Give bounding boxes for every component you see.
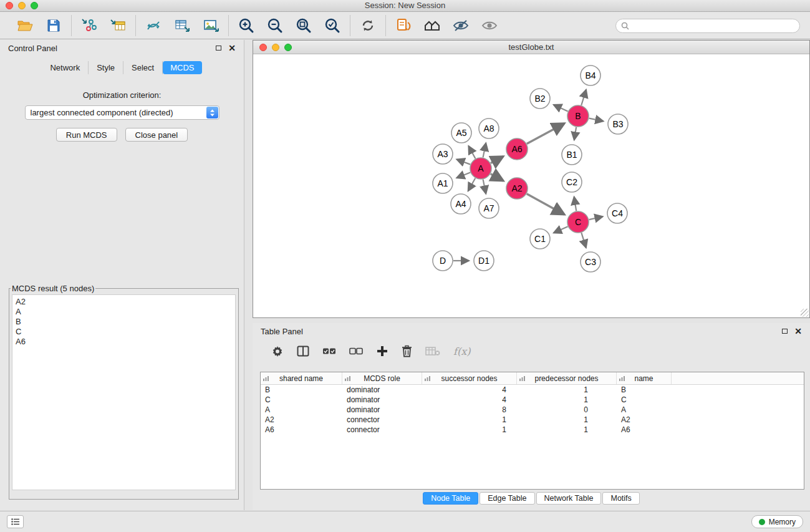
export-image-icon[interactable] [201,16,220,35]
table-row[interactable]: Cdominator41C [261,395,804,405]
graph-node[interactable]: C1 [530,229,550,249]
network-maximize-icon[interactable] [284,44,292,51]
network-close-icon[interactable] [259,44,267,51]
table-row[interactable]: Bdominator41B [261,385,804,395]
network-canvas[interactable]: B4B2BB3A5A8A6A3B1AC2A1A2A4A7C4CC1DD1C3 [253,54,809,317]
minimize-window-icon[interactable] [18,2,26,9]
result-item[interactable]: A [16,307,232,317]
table-row[interactable]: Adominator80A [261,405,804,415]
table-cell[interactable]: 1 [422,425,517,435]
table-cell[interactable]: 4 [422,395,517,405]
table-cell[interactable]: B [617,385,672,395]
table-cell[interactable]: connector [342,415,422,425]
tab-style[interactable]: Style [89,61,123,74]
search-field[interactable] [615,19,800,33]
column-header[interactable]: name [617,372,672,384]
new-network-table-icon[interactable] [173,16,191,35]
tab-network[interactable]: Network [42,61,89,74]
node-table[interactable]: shared nameMCDS rolesuccessor nodesprede… [260,372,804,490]
graph-edge[interactable] [468,146,475,158]
graph-node[interactable]: B3 [608,114,628,134]
graph-node[interactable]: B [567,105,589,127]
graph-node[interactable]: A [470,158,491,179]
delete-table-icon[interactable] [425,346,440,356]
save-session-icon[interactable] [44,16,63,35]
open-session-icon[interactable] [16,16,34,35]
graph-node[interactable]: B1 [562,145,582,165]
delete-column-icon[interactable] [402,345,412,357]
network-minimize-icon[interactable] [272,44,279,51]
table-cell[interactable]: connector [342,425,422,435]
toggle-graphics-details-icon[interactable] [451,16,470,35]
graph-edge[interactable] [581,233,586,248]
zoom-out-icon[interactable] [266,16,284,35]
column-header[interactable]: predecessor nodes [517,372,617,384]
graph-edge[interactable] [483,180,486,194]
select-all-icon[interactable] [322,347,336,355]
close-table-panel-icon[interactable]: ✕ [794,327,802,336]
graph-node[interactable]: A1 [433,173,453,193]
graph-edge[interactable] [491,157,503,163]
zoom-fit-icon[interactable] [294,16,313,35]
graph-edge[interactable] [456,159,470,164]
table-cell[interactable]: B [261,385,342,395]
graph-node[interactable]: B2 [530,89,550,109]
tab-node-table[interactable]: Node Table [423,492,478,505]
graph-node[interactable]: C3 [581,252,600,272]
table-cell[interactable]: A6 [617,425,672,435]
tab-select[interactable]: Select [123,61,163,74]
network-window-titlebar[interactable]: testGlobe.txt [253,41,809,54]
table-row[interactable]: A6connector11A6 [261,425,804,435]
run-mcds-button[interactable]: Run MCDS [56,128,117,142]
graph-node[interactable]: A3 [433,144,453,164]
refresh-icon[interactable] [359,16,377,35]
table-cell[interactable]: dominator [342,395,422,405]
new-network-icon[interactable] [144,16,163,35]
table-cell[interactable]: A6 [261,425,342,435]
graph-edge[interactable] [574,197,577,211]
function-builder-icon[interactable]: f(x) [453,346,470,357]
graph-edge[interactable] [527,194,564,215]
tab-edge-table[interactable]: Edge Table [480,492,534,505]
open-recent-icon[interactable] [394,16,413,35]
column-header[interactable]: successor nodes [422,372,517,384]
table-row[interactable]: A2connector11A2 [261,415,804,425]
result-item[interactable]: A6 [16,337,232,347]
graph-edge[interactable] [483,143,486,158]
table-cell[interactable]: A2 [261,415,342,425]
graph-edge[interactable] [456,173,470,178]
tab-motifs[interactable]: Motifs [602,492,639,505]
optimization-criterion-dropdown[interactable]: largest connected component (directed) [25,105,219,120]
show-columns-icon[interactable] [297,346,309,357]
zoom-in-icon[interactable] [237,16,256,35]
table-cell[interactable]: 1 [517,425,617,435]
column-header[interactable]: MCDS role [342,372,422,384]
graph-edge[interactable] [554,226,568,233]
table-cell[interactable]: dominator [342,385,422,395]
table-cell[interactable]: 8 [422,405,517,415]
table-cell[interactable]: 1 [422,415,517,425]
table-cell[interactable]: C [261,395,342,405]
graph-node[interactable]: D [433,251,453,271]
table-cell[interactable]: A [617,405,672,415]
table-cell[interactable]: 4 [422,385,517,395]
graph-node[interactable]: A4 [451,194,471,214]
mcds-result-list[interactable]: A2ABCA6 [12,294,236,490]
column-header[interactable]: shared name [261,372,342,384]
search-input[interactable] [632,21,794,31]
float-table-panel-icon[interactable] [782,329,788,334]
maximize-window-icon[interactable] [31,2,38,9]
graph-edge[interactable] [527,123,564,144]
network-graph[interactable]: B4B2BB3A5A8A6A3B1AC2A1A2A4A7C4CC1DD1C3 [253,54,809,317]
resize-handle[interactable] [801,309,809,317]
graph-node[interactable]: C4 [607,203,627,223]
graph-node[interactable]: A5 [451,123,471,143]
graph-edge[interactable] [589,216,603,220]
table-cell[interactable]: 1 [517,395,617,405]
import-network-icon[interactable] [80,16,99,35]
graph-node[interactable]: C [567,211,589,233]
graph-edge[interactable] [554,105,568,111]
deselect-all-icon[interactable] [349,347,363,355]
close-panel-icon[interactable]: ✕ [228,44,236,52]
table-cell[interactable]: 0 [517,405,617,415]
